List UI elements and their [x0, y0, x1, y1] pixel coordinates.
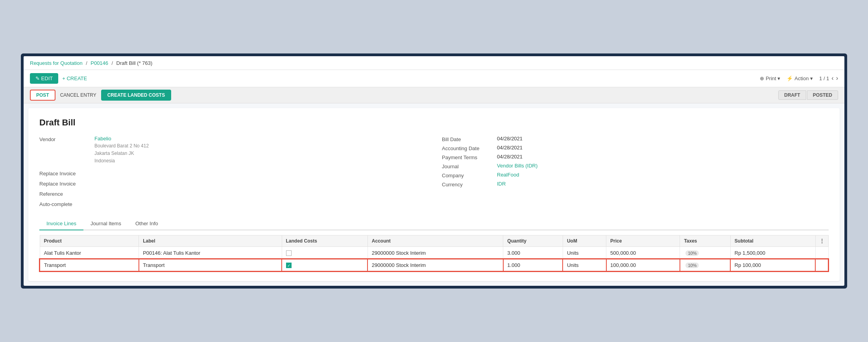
accounting-date-value: 04/28/2021	[497, 145, 523, 151]
prev-button[interactable]: ‹	[831, 75, 833, 82]
col-header-product: Product	[40, 235, 139, 247]
cell-product-1: Alat Tulis Kantor	[40, 247, 139, 259]
payment-terms-label: Payment Terms	[442, 154, 497, 160]
action-button[interactable]: ⚡ Action ▾	[787, 75, 813, 81]
tab-other-info[interactable]: Other Info	[128, 217, 165, 230]
col-header-quantity: Quantity	[503, 235, 563, 247]
breadcrumb-p00146[interactable]: P00146	[90, 60, 108, 66]
form-right: Bill Date 04/28/2021 Accounting Date 04/…	[442, 136, 829, 210]
pagination-text: 1 / 1	[819, 75, 829, 81]
table-row: Transport Transport 29000000 Stock Inter…	[40, 259, 828, 272]
company-row: Company RealFood	[442, 172, 829, 178]
status-draft-button[interactable]: DRAFT	[778, 90, 806, 100]
vendor-name[interactable]: Fabelio	[94, 136, 149, 142]
checkbox-unchecked-1[interactable]	[286, 250, 292, 256]
tabs-bar: Invoice Lines Journal Items Other Info	[39, 217, 829, 230]
currency-row: Currency IDR	[442, 181, 829, 188]
cancel-entry-button[interactable]: CANCEL ENTRY	[60, 92, 96, 98]
breadcrumb-sep1: /	[86, 60, 87, 66]
pagination: 1 / 1 ‹ ›	[819, 75, 838, 82]
next-button[interactable]: ›	[836, 75, 838, 82]
status-posted-button[interactable]: POSTED	[807, 90, 838, 100]
cell-price-1: 500,000.00	[606, 247, 680, 259]
edit-button[interactable]: ✎ EDIT	[30, 73, 58, 84]
app-frame: Requests for Quotation / P00146 / Draft …	[21, 53, 847, 289]
currency-value[interactable]: IDR	[497, 181, 506, 187]
main-content: Draft Bill Vendor Fabelio Boulevard Bara…	[28, 108, 840, 281]
checkbox-checked-2[interactable]	[286, 263, 292, 268]
col-header-uom: UoM	[563, 235, 606, 247]
bill-date-row: Bill Date 04/28/2021	[442, 136, 829, 142]
cell-label-1: P00146: Alat Tulis Kantor	[139, 247, 282, 259]
cell-price-2: 100,000.00	[606, 259, 680, 272]
cell-subtotal-2: Rp 100,000	[730, 259, 815, 272]
table-header-row: Product Label Landed Costs Account Quant…	[40, 235, 828, 247]
cell-uom-1: Units	[563, 247, 606, 259]
vendor-row: Vendor Fabelio Boulevard Barat 2 No 412 …	[39, 136, 426, 165]
create-landed-costs-button[interactable]: CREATE LANDED COSTS	[101, 90, 171, 101]
cell-taxes-1: 10%	[680, 247, 730, 259]
breadcrumb-rfq[interactable]: Requests for Quotation	[30, 60, 83, 66]
col-header-account: Account	[368, 235, 503, 247]
cell-landed-costs-1[interactable]	[282, 247, 368, 259]
vendor-address: Boulevard Barat 2 No 412 Jakarta Selatan…	[94, 142, 149, 165]
tax-badge-2: 10%	[685, 263, 699, 268]
accounting-date-label: Accounting Date	[442, 145, 497, 151]
cell-label-2: Transport	[139, 259, 282, 272]
company-label: Company	[442, 172, 497, 178]
accounting-date-row: Accounting Date 04/28/2021	[442, 145, 829, 151]
journal-row: Journal Vendor Bills (IDR)	[442, 163, 829, 169]
cell-product-2: Transport	[40, 259, 139, 272]
col-header-subtotal: Subtotal	[730, 235, 815, 247]
currency-label: Currency	[442, 181, 497, 188]
cell-account-2: 29000000 Stock Interim	[368, 259, 503, 272]
vendor-addr3: Indonesia	[94, 157, 149, 165]
status-buttons: DRAFT POSTED	[778, 90, 838, 100]
company-value[interactable]: RealFood	[497, 172, 519, 178]
breadcrumb-sep2: /	[112, 60, 113, 66]
cell-uom-2: Units	[563, 259, 606, 272]
invoice-table: Product Label Landed Costs Account Quant…	[39, 235, 829, 272]
breadcrumb: Requests for Quotation / P00146 / Draft …	[24, 56, 844, 70]
form-left: Vendor Fabelio Boulevard Barat 2 No 412 …	[39, 136, 426, 210]
cell-account-1: 29000000 Stock Interim	[368, 247, 503, 259]
tax-badge-1: 10%	[685, 250, 699, 256]
vendor-value: Fabelio Boulevard Barat 2 No 412 Jakarta…	[94, 136, 149, 165]
action-icon: ⚡	[787, 75, 793, 81]
payment-terms-value: 04/28/2021	[497, 154, 523, 160]
cell-subtotal-1: Rp 1,500,000	[730, 247, 815, 259]
replace-invoice-label2: Replace Invoice	[39, 179, 426, 189]
col-header-label: Label	[139, 235, 282, 247]
autocomplete-label: Auto-complete	[39, 199, 426, 210]
post-button[interactable]: POST	[30, 90, 55, 101]
table-row: Alat Tulis Kantor P00146: Alat Tulis Kan…	[40, 247, 828, 259]
cell-quantity-2: 1.000	[503, 259, 563, 272]
action-bar: POST CANCEL ENTRY CREATE LANDED COSTS DR…	[24, 87, 844, 103]
cell-taxes-2: 10%	[680, 259, 730, 272]
toolbar-right: ⊕ ⊕ Print Print ▾ ⚡ Action ▾ 1 / 1 ‹ ›	[760, 75, 838, 82]
col-header-taxes: Taxes	[680, 235, 730, 247]
tab-journal-items[interactable]: Journal Items	[83, 217, 128, 230]
cell-actions-2	[815, 259, 828, 272]
cell-actions-1	[815, 247, 828, 259]
payment-terms-row: Payment Terms 04/28/2021	[442, 154, 829, 160]
print-button[interactable]: ⊕ ⊕ Print Print ▾	[760, 75, 780, 81]
page-title: Draft Bill	[39, 118, 829, 128]
replace-invoice-label1: Replace Invoice	[39, 169, 426, 179]
form-section: Vendor Fabelio Boulevard Barat 2 No 412 …	[39, 136, 829, 210]
bill-date-label: Bill Date	[442, 136, 497, 142]
create-button[interactable]: + CREATE	[62, 75, 87, 81]
journal-value[interactable]: Vendor Bills (IDR)	[497, 163, 537, 169]
cell-quantity-1: 3.000	[503, 247, 563, 259]
cell-landed-costs-2[interactable]	[282, 259, 368, 272]
replace-section: Replace Invoice Replace Invoice Referenc…	[39, 169, 426, 210]
breadcrumb-current: Draft Bill (* 763)	[116, 60, 153, 66]
col-header-actions: ⋮	[815, 235, 828, 247]
col-header-price: Price	[606, 235, 680, 247]
tab-invoice-lines[interactable]: Invoice Lines	[39, 217, 83, 230]
vendor-addr2: Jakarta Selatan JK	[94, 150, 149, 157]
toolbar: ✎ EDIT + CREATE ⊕ ⊕ Print Print ▾ ⚡ Acti…	[24, 70, 844, 87]
journal-label: Journal	[442, 163, 497, 169]
vendor-label: Vendor	[39, 136, 94, 142]
printer-icon: ⊕	[760, 75, 764, 81]
